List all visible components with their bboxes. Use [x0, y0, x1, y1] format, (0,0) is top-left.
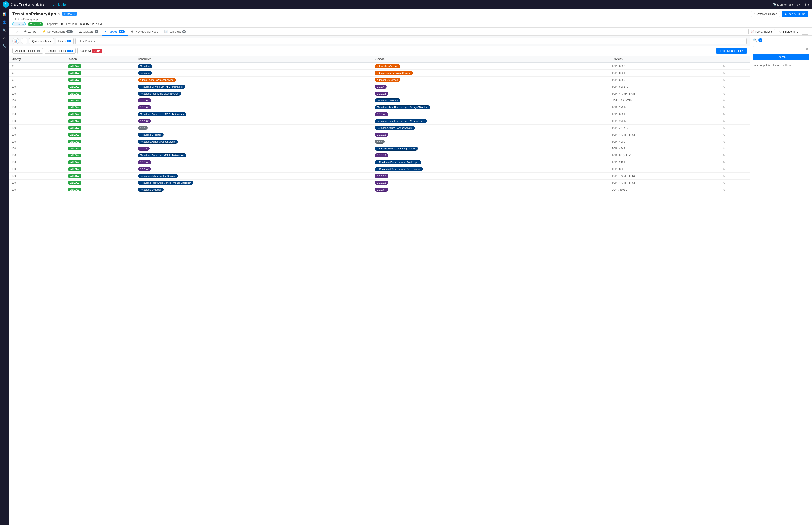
- sidebar-item-search[interactable]: 🔍: [1, 27, 8, 34]
- tab-refresh[interactable]: ↺: [12, 28, 21, 36]
- cell-edit: ✎: [720, 172, 750, 180]
- table-row: 90 ALLOW Tetration adhocMicroService TCP…: [9, 63, 750, 70]
- start-adm-button[interactable]: ▶ Start ADM Run: [782, 11, 809, 17]
- cell-edit: ✎: [720, 152, 750, 159]
- more-actions-button[interactable]: ...: [802, 29, 809, 34]
- edit-row-button[interactable]: ✎: [723, 188, 725, 192]
- cell-consumer: Tetration : Adhoc : AdhocServers: [135, 138, 372, 145]
- filters-count: 0: [67, 40, 71, 43]
- enforcement-button[interactable]: 🛡 Enforcement: [777, 29, 800, 34]
- filter-policies-input[interactable]: [75, 38, 747, 44]
- sidebar-item-tools[interactable]: 🔧: [1, 43, 8, 49]
- edit-row-button[interactable]: ✎: [723, 154, 725, 157]
- catch-all-button[interactable]: Catch All DENY: [77, 48, 105, 54]
- cell-consumer: Tetration : FrontEnd : ElasticSearch: [135, 90, 372, 97]
- filter-clear-icon[interactable]: ✕: [742, 39, 745, 43]
- primary-badge: PRIMARY: [62, 12, 77, 16]
- table-row: 100 ALLOW Tetration : Compute : HDFS : D…: [9, 152, 750, 159]
- sidebar-item-dashboard[interactable]: 📊: [1, 11, 8, 18]
- edit-row-button[interactable]: ✎: [723, 147, 725, 150]
- content-area: 📊 ☰ Quick Analysis Filters 0 ✕ Abso: [9, 36, 812, 525]
- tab-policies[interactable]: ≡ Policies 150: [102, 28, 128, 36]
- table-row: 100 ALLOW Tetration : Adhoc : AdhocServe…: [9, 172, 750, 180]
- edit-row-button[interactable]: ✎: [723, 161, 725, 164]
- view-toggle-list[interactable]: ☰: [21, 38, 28, 44]
- rp-search-button[interactable]: Search: [753, 54, 809, 60]
- cell-priority: 100: [9, 125, 66, 132]
- edit-row-button[interactable]: ✎: [723, 120, 725, 123]
- table-row: 100 ALLOW Tetration : Compute : HDFS : D…: [9, 111, 750, 118]
- edit-row-button[interactable]: ✎: [723, 106, 725, 109]
- tab-conversations[interactable]: ⚡ Conversations 912: [39, 28, 76, 36]
- policy-analysis-button[interactable]: 📈 Policy Analysis: [748, 29, 775, 34]
- absolute-policies-count: 0: [36, 49, 40, 52]
- cell-priority: 100: [9, 180, 66, 186]
- edit-row-button[interactable]: ✎: [723, 99, 725, 102]
- cell-action: ALLOW: [66, 180, 135, 186]
- table-row: 100 ALLOW 1.1.1.6* Tetration : FrontEnd …: [9, 104, 750, 111]
- filters-button[interactable]: Filters 0: [56, 38, 74, 44]
- cell-services: TCP : 8300: [609, 166, 720, 172]
- tab-app-view[interactable]: 📊 App View 0: [161, 28, 189, 36]
- edit-row-button[interactable]: ✎: [723, 92, 725, 95]
- conversations-icon: ⚡: [42, 30, 46, 33]
- policies-table-wrap: Priority Action Consumer Provider Servic…: [9, 56, 750, 525]
- cell-consumer: Tetration : Collector: [135, 132, 372, 138]
- monitoring-menu[interactable]: 📡 Monitoring ▾: [773, 3, 793, 6]
- cell-services: TCP : 8301 ...: [609, 111, 720, 118]
- last-run-label: Last Run:: [66, 22, 77, 26]
- cell-services: UDP : 123 (NTP) ...: [609, 97, 720, 104]
- table-row: 100 ALLOW 4.4.* Tetration : Adhoc : Adho…: [9, 125, 750, 132]
- default-policies-label: Default Policies: [48, 49, 66, 52]
- cell-action: ALLOW: [66, 90, 135, 97]
- edit-row-button[interactable]: ✎: [723, 78, 725, 82]
- rp-info-icon[interactable]: i: [759, 38, 763, 42]
- absolute-policies-label: Absolute Policies: [15, 49, 35, 52]
- tab-clusters[interactable]: ☁ Clusters 7: [76, 28, 102, 36]
- rp-search-icon[interactable]: 🔍: [753, 38, 757, 42]
- cell-priority: 90: [9, 77, 66, 84]
- view-toggle-chart[interactable]: 📊: [12, 38, 19, 44]
- cell-consumer: 4.4.*: [135, 125, 372, 132]
- settings-menu[interactable]: ⚙ ▾: [804, 3, 809, 6]
- edit-row-button[interactable]: ✎: [723, 167, 725, 171]
- sidebar-item-users[interactable]: 👤: [1, 19, 8, 26]
- help-menu[interactable]: ? ▾: [797, 3, 801, 6]
- edit-app-icon[interactable]: ✎: [58, 12, 60, 16]
- add-default-policy-button[interactable]: + Add Default Policy: [716, 48, 747, 54]
- cell-priority: 100: [9, 166, 66, 172]
- absolute-policies-button[interactable]: Absolute Policies 0: [12, 48, 43, 54]
- cell-consumer: Tetration : Serving Layer : Coordinators: [135, 84, 372, 90]
- tab-zones[interactable]: 🗺 Zones: [21, 28, 39, 36]
- quick-analysis-button[interactable]: Quick Analysis: [29, 38, 54, 44]
- default-policies-button[interactable]: Default Policies 149: [45, 48, 76, 54]
- edit-row-button[interactable]: ✎: [723, 133, 725, 137]
- cell-edit: ✎: [720, 132, 750, 138]
- table-row: 100 ALLOW Tetration : Collector 1.1.1.12…: [9, 132, 750, 138]
- edit-row-button[interactable]: ✎: [723, 112, 725, 116]
- edit-row-button[interactable]: ✎: [723, 175, 725, 178]
- cell-consumer: Tetration : Compute : HDFS : Datanodes: [135, 152, 372, 159]
- cell-action: ALLOW: [66, 166, 135, 172]
- edit-row-button[interactable]: ✎: [723, 85, 725, 89]
- rp-search-input[interactable]: [753, 46, 809, 52]
- cell-action: ALLOW: [66, 97, 135, 104]
- cell-provider: Tetration : FrontEnd : Mongo : MongoServ…: [372, 118, 609, 125]
- edit-row-button[interactable]: ✎: [723, 181, 725, 184]
- cell-action: ALLOW: [66, 132, 135, 138]
- rp-input-clear-icon[interactable]: ✕: [806, 48, 808, 51]
- sidebar-item-settings[interactable]: ⚙: [1, 34, 8, 42]
- cell-action: ALLOW: [66, 84, 135, 90]
- edit-row-button[interactable]: ✎: [723, 65, 725, 68]
- edit-row-button[interactable]: ✎: [723, 126, 725, 130]
- main-panel: 📊 ☰ Quick Analysis Filters 0 ✕ Abso: [9, 36, 750, 525]
- cell-consumer: Tetration : Collector: [135, 186, 372, 193]
- table-row: 90 ALLOW adhocUploadDownloadService adho…: [9, 77, 750, 84]
- switch-application-button[interactable]: ↑ Switch Application: [751, 11, 780, 17]
- edit-row-button[interactable]: ✎: [723, 72, 725, 75]
- edit-row-button[interactable]: ✎: [723, 140, 725, 144]
- main-layout: 📊 👤 🔍 ⚙ 🔧 TetrationPrimaryApp ✎ PRIMARY …: [0, 9, 812, 525]
- cell-consumer: Tetration : Compute : HDFS : Datanodes: [135, 111, 372, 118]
- cell-action: ALLOW: [66, 159, 135, 166]
- tab-provided-services[interactable]: ⚙ Provided Services: [128, 28, 161, 36]
